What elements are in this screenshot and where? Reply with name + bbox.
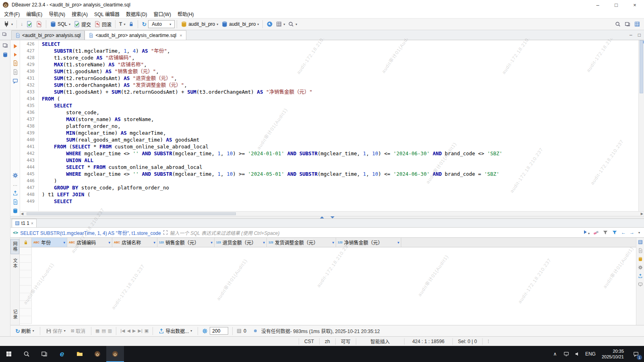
- delete-row-icon[interactable]: ▥: [108, 328, 112, 333]
- editor-results-splitter[interactable]: [10, 216, 644, 219]
- table-row[interactable]: [20, 247, 636, 255]
- save-results-button[interactable]: 保存▾: [44, 327, 67, 335]
- file-explorer-icon[interactable]: [71, 346, 89, 362]
- filter-icon[interactable]: [612, 230, 617, 235]
- code-line[interactable]: MIN(mgclear_time) AS mgclearTime,: [42, 130, 638, 136]
- duplicate-row-icon[interactable]: ▤: [101, 328, 105, 333]
- calc-panel-icon[interactable]: [638, 257, 643, 261]
- menu-item[interactable]: 帮助(H): [174, 10, 197, 18]
- save-script-icon[interactable]: [12, 199, 18, 205]
- code-line[interactable]: platform_order_no,: [42, 123, 638, 130]
- schema-selector[interactable]: audit_bi_pro▾: [220, 20, 260, 28]
- lock-icon[interactable]: [127, 21, 136, 28]
- action-center-icon[interactable]: 1: [628, 346, 644, 362]
- column-header[interactable]: ABC店铺名称▾: [112, 238, 157, 247]
- collapse-up-icon[interactable]: [320, 216, 324, 218]
- menu-item[interactable]: 搜索(A): [68, 10, 91, 18]
- prev-page-icon[interactable]: ◀: [127, 328, 130, 333]
- add-row-icon[interactable]: ▦: [95, 328, 99, 333]
- more-dots-icon[interactable]: …: [13, 181, 18, 187]
- download-arrow-icon[interactable]: ↓: [19, 21, 25, 28]
- column-filter-arrow-icon[interactable]: ▾: [332, 241, 334, 245]
- status-caret-position[interactable]: 424 : 1 : 18596: [404, 338, 452, 345]
- results-view-tab[interactable]: 文本: [11, 256, 19, 271]
- tray-monitor-icon[interactable]: [561, 346, 572, 362]
- new-connection-button[interactable]: ▾: [2, 20, 14, 28]
- settings-gear-icon[interactable]: [12, 173, 18, 178]
- table-row[interactable]: [20, 278, 636, 286]
- column-header[interactable]: ABC店铺编码▾: [67, 238, 112, 247]
- metadata-panel-icon[interactable]: [638, 248, 643, 253]
- column-header[interactable]: 123净销售金额（元）▾: [336, 238, 401, 247]
- column-filter-arrow-icon[interactable]: ▾: [263, 241, 265, 245]
- panel-export-icon[interactable]: [638, 274, 643, 278]
- perspective-grid-icon[interactable]: [634, 21, 640, 27]
- close-tab-icon[interactable]: ×: [180, 33, 182, 38]
- maximize-button[interactable]: □: [607, 0, 625, 10]
- last-page-icon[interactable]: ▶|: [138, 328, 142, 333]
- code-line[interactable]: SUM(t1.goodsAmt) + SUM(t2.returnGoodsAmt…: [42, 88, 638, 95]
- code-line[interactable]: ): [42, 177, 638, 184]
- menu-item[interactable]: 窗口(W): [151, 10, 174, 18]
- code-line[interactable]: SELECT: [42, 102, 638, 109]
- code-line[interactable]: FROM (SELECT * FROM custom_online_sale_a…: [42, 143, 638, 150]
- grid-settings-gear-icon[interactable]: [202, 328, 208, 334]
- start-button[interactable]: [0, 346, 18, 362]
- refresh-icon[interactable]: ↻: [140, 20, 148, 28]
- code-line[interactable]: t1.store_code AS "店铺编码",: [42, 54, 638, 61]
- commit-button[interactable]: 提交: [72, 20, 93, 29]
- results-view-tab[interactable]: 网格: [10, 239, 19, 254]
- filter-sql-text[interactable]: SELECT SUBSTR(t1.mgclearTime, 1, 4) AS "…: [20, 229, 161, 236]
- script-doc-icon[interactable]: [12, 69, 18, 75]
- apply-filter-play-icon[interactable]: ▾: [583, 230, 590, 236]
- panel-monitor-icon[interactable]: [638, 282, 643, 287]
- menu-item[interactable]: 编辑(E): [23, 10, 45, 18]
- code-line[interactable]: SUM(t1.goodsAmt) AS "销售金额（元）",: [42, 68, 638, 75]
- horizontal-scroll-thumb[interactable]: [27, 212, 236, 215]
- search-icon[interactable]: [615, 21, 621, 27]
- table-row[interactable]: [20, 316, 636, 324]
- table-row[interactable]: [20, 309, 636, 316]
- edit-filter-icon[interactable]: [603, 230, 608, 235]
- export-data-button[interactable]: 导出数据...▾: [157, 327, 194, 335]
- fetch-all-icon[interactable]: ▣: [144, 328, 149, 333]
- database-navigator-icon[interactable]: [2, 52, 8, 58]
- column-filter-arrow-icon[interactable]: ▾: [108, 241, 110, 245]
- filter-input[interactable]: 输入一个 SQL 表达式来过滤结果 (使用 Ctrl+Space): [170, 229, 581, 236]
- rollback-doc-icon[interactable]: [34, 20, 44, 28]
- close-results-tab-icon[interactable]: ×: [31, 221, 33, 226]
- tab-analysis-sql[interactable]: <audit_bi_pro> analysis.sql: [11, 30, 85, 40]
- export-result-icon[interactable]: [12, 190, 18, 196]
- open-perspective-icon[interactable]: [625, 21, 630, 27]
- code-line[interactable]: SELECT: [42, 41, 638, 47]
- table-row[interactable]: [20, 255, 636, 263]
- dbeaver-active-taskbar-icon[interactable]: [106, 346, 124, 362]
- column-header[interactable]: 123退货金额（元）▾: [215, 238, 267, 247]
- sql-editor-selector[interactable]: SQL▾: [48, 20, 72, 28]
- restore-view-icon[interactable]: [2, 32, 7, 37]
- output-console-icon[interactable]: [12, 78, 18, 84]
- navigator-compass-button[interactable]: [265, 20, 275, 28]
- fetch-size-input[interactable]: [210, 327, 228, 335]
- code-line[interactable]: store_code,: [42, 109, 638, 116]
- menu-item[interactable]: 文件(F): [1, 10, 23, 18]
- menu-item[interactable]: 导航(N): [45, 10, 68, 18]
- taskbar-search-icon[interactable]: [18, 346, 35, 362]
- results-view-tab[interactable]: 记录: [11, 307, 19, 322]
- column-filter-arrow-icon[interactable]: ▾: [153, 241, 155, 245]
- minimize-button[interactable]: –: [588, 0, 607, 10]
- edge-icon[interactable]: e: [53, 346, 71, 362]
- close-button[interactable]: ×: [625, 0, 644, 10]
- code-line[interactable]: MAX(t1.storeName) AS "店铺名称",: [42, 61, 638, 68]
- commit-doc-icon[interactable]: [25, 20, 34, 28]
- next-page-icon[interactable]: ▶: [132, 328, 136, 333]
- grid-rows[interactable]: [20, 247, 636, 325]
- results-tab-t1[interactable]: t1 1 ×: [12, 219, 37, 227]
- database-selector[interactable]: audit_bi_pro▾: [179, 20, 220, 28]
- input-language-indicator[interactable]: ENG: [583, 346, 598, 362]
- restore-navigator-icon[interactable]: [2, 43, 8, 48]
- column-header[interactable]: ABC年份▾: [32, 238, 67, 247]
- collapse-down-icon[interactable]: [330, 216, 334, 218]
- explain-plan-icon[interactable]: [12, 60, 18, 66]
- value-panel-icon[interactable]: [638, 240, 643, 245]
